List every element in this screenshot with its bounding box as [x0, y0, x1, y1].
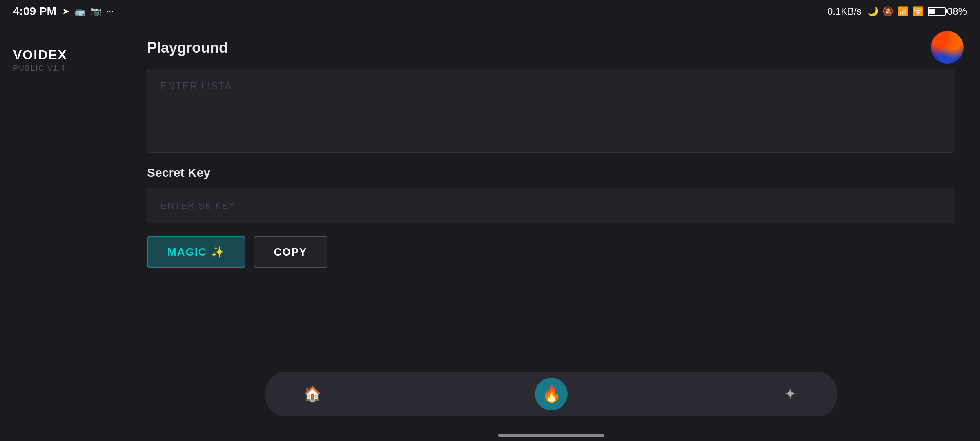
magic-button[interactable]: MAGIC ✨ — [147, 236, 245, 268]
status-bar-right: 0.1KB/s 🌙 🔕 📶 🛜 38% — [827, 6, 967, 17]
nav-magic-wand[interactable]: ✦ — [776, 380, 804, 408]
copy-button[interactable]: COPY — [254, 236, 328, 268]
status-time: 4:09 PM — [13, 5, 56, 18]
avatar[interactable] — [931, 31, 964, 64]
lista-textarea[interactable] — [147, 69, 955, 151]
resize-indicator: · — [950, 142, 952, 151]
magic-sparkle-icon: ✨ — [211, 246, 225, 258]
train-icon: 🚌 — [74, 6, 85, 17]
logo-text: VOIDEX — [13, 47, 109, 62]
sidebar: VOIDEX PUBLIC V1.4 — [0, 23, 122, 441]
instagram-icon: 📷 — [90, 6, 101, 17]
button-row: MAGIC ✨ COPY — [147, 236, 956, 268]
battery-percent: 38% — [947, 6, 967, 17]
bottom-nav: 🏠 🔥 ✦ — [265, 372, 837, 416]
copy-button-label: COPY — [274, 246, 307, 258]
location-icon: ➤ — [62, 6, 69, 17]
status-icons: ➤ 🚌 📷 ··· — [62, 6, 114, 17]
secret-key-label: Secret Key — [147, 166, 956, 180]
lista-textarea-container: · — [147, 69, 956, 153]
status-bar-left: 4:09 PM ➤ 🚌 📷 ··· — [13, 5, 114, 18]
sk-key-input[interactable] — [147, 188, 956, 223]
signal-icon: 📶 — [898, 6, 909, 17]
moon-icon: 🌙 — [867, 6, 878, 17]
page-title: Playground — [147, 39, 956, 56]
network-speed: 0.1KB/s — [827, 6, 862, 17]
nav-home[interactable]: 🏠 — [298, 380, 327, 408]
magic-button-label: MAGIC — [167, 246, 207, 258]
battery-indicator: 38% — [928, 6, 967, 17]
status-right-icons: 🌙 🔕 📶 🛜 38% — [867, 6, 967, 17]
magic-wand-icon: ✦ — [784, 385, 796, 403]
main-layout: VOIDEX PUBLIC V1.4 Playground · Secret K… — [0, 23, 980, 441]
battery-fill — [929, 9, 935, 14]
mute-icon: 🔕 — [882, 6, 893, 17]
nav-fire[interactable]: 🔥 — [535, 378, 568, 410]
status-bar: 4:09 PM ➤ 🚌 📷 ··· 0.1KB/s 🌙 🔕 📶 🛜 38% — [0, 0, 980, 23]
logo-area: VOIDEX PUBLIC V1.4 — [13, 47, 109, 73]
wifi-icon: 🛜 — [913, 6, 924, 17]
avatar-container[interactable] — [931, 31, 964, 64]
logo-subtitle: PUBLIC V1.4 — [13, 64, 109, 73]
fire-icon: 🔥 — [542, 385, 561, 403]
avatar-image — [931, 31, 964, 64]
content-area: Playground · Secret Key MAGIC ✨ COPY 🏠 — [122, 23, 980, 441]
battery-icon — [928, 7, 946, 16]
more-icon: ··· — [106, 6, 114, 17]
home-indicator — [498, 434, 604, 437]
home-icon: 🏠 — [303, 385, 322, 403]
